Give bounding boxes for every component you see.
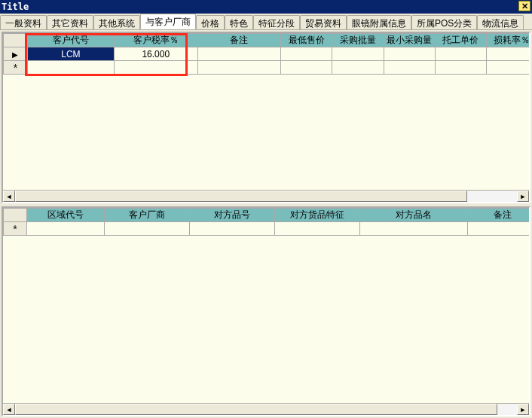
cell[interactable] <box>332 47 384 61</box>
column-header[interactable]: 区域代号 <box>26 209 104 222</box>
row-new-icon <box>13 224 17 235</box>
table-row[interactable]: LCM16.000 <box>4 47 530 61</box>
cell[interactable] <box>189 222 274 236</box>
row-header[interactable] <box>4 61 28 75</box>
cell[interactable] <box>197 47 281 61</box>
tab-7[interactable]: 贸易资料 <box>300 15 347 30</box>
cell[interactable] <box>281 61 332 75</box>
column-header[interactable]: 对方品名 <box>359 209 468 222</box>
cell[interactable] <box>435 47 486 61</box>
column-header[interactable]: 对方货品特征 <box>274 209 359 222</box>
close-button[interactable]: ✕ <box>518 1 530 11</box>
row-header[interactable] <box>4 47 28 61</box>
title-bar: Title ✕ <box>0 0 532 14</box>
tab-4[interactable]: 价格 <box>196 15 225 30</box>
tab-5[interactable]: 特色 <box>225 15 253 30</box>
column-header[interactable]: 备注 <box>197 34 281 47</box>
tab-10[interactable]: 物流信息 <box>477 15 524 30</box>
tab-strip: 一般资料其它资料其他系统与客户厂商价格特色特征分段贸易资料眼镜附属信息所属POS… <box>0 14 532 30</box>
table-row[interactable] <box>4 61 530 75</box>
cell[interactable] <box>26 222 104 236</box>
cell[interactable]: LCM <box>27 47 114 61</box>
bottom-table[interactable]: 区域代号客户厂商对方品号对方货品特征对方品名备注 <box>3 208 529 236</box>
row-new-icon <box>14 63 17 74</box>
cell[interactable] <box>332 61 384 75</box>
column-header[interactable]: 最低售价 <box>281 34 332 47</box>
column-header[interactable]: 托工单价 <box>435 34 486 47</box>
cell[interactable] <box>104 222 189 236</box>
close-icon: ✕ <box>521 2 528 11</box>
table-row[interactable] <box>4 222 530 236</box>
grid-corner <box>4 34 28 47</box>
cell[interactable] <box>435 61 486 75</box>
cell[interactable] <box>384 47 435 61</box>
row-current-icon <box>12 49 18 59</box>
cell[interactable] <box>274 222 359 236</box>
scroll-left-button[interactable]: ◄ <box>3 404 15 415</box>
cell[interactable] <box>114 61 197 75</box>
cell[interactable] <box>27 61 114 75</box>
cell[interactable] <box>281 47 332 61</box>
column-header[interactable]: 损耗率％ <box>486 34 529 47</box>
window-title: Title <box>2 2 29 12</box>
row-header[interactable] <box>4 222 27 236</box>
cell[interactable]: 16.000 <box>114 47 197 61</box>
cell[interactable] <box>197 61 281 75</box>
column-header[interactable]: 客户代号 <box>27 34 114 47</box>
scroll-left-button[interactable]: ◄ <box>3 191 15 202</box>
tab-6[interactable]: 特征分段 <box>253 15 300 30</box>
column-header[interactable]: 对方品号 <box>189 209 274 222</box>
column-header[interactable]: 备注 <box>468 209 529 222</box>
tab-0[interactable]: 一般资料 <box>0 15 47 30</box>
column-header[interactable]: 客户厂商 <box>104 209 189 222</box>
column-header[interactable]: 采购批量 <box>332 34 384 47</box>
cell[interactable] <box>468 222 529 236</box>
top-table[interactable]: 客户代号客户税率％备注最低售价采购批量最小采购量托工单价损耗率％LCM16.00… <box>3 33 529 75</box>
scroll-track[interactable] <box>15 404 517 415</box>
top-hscroll[interactable]: ◄ ► <box>3 190 529 202</box>
tab-2[interactable]: 其他系统 <box>93 15 140 30</box>
scroll-right-button[interactable]: ► <box>517 191 529 202</box>
scroll-track[interactable] <box>15 191 517 202</box>
work-area: 客户代号客户税率％备注最低售价采购批量最小采购量托工单价损耗率％LCM16.00… <box>0 30 532 418</box>
scroll-thumb[interactable] <box>15 404 497 415</box>
cell[interactable] <box>486 61 529 75</box>
cell[interactable] <box>359 222 468 236</box>
tab-9[interactable]: 所属POS分类 <box>411 15 477 30</box>
cell[interactable] <box>384 61 435 75</box>
bottom-grid: 区域代号客户厂商对方品号对方货品特征对方品名备注 ◄ ► <box>2 206 530 416</box>
tab-3[interactable]: 与客户厂商 <box>140 14 196 29</box>
column-header[interactable]: 客户税率％ <box>114 34 197 47</box>
scroll-thumb[interactable] <box>15 191 467 202</box>
column-header[interactable]: 最小采购量 <box>384 34 435 47</box>
bottom-hscroll[interactable]: ◄ ► <box>3 403 529 415</box>
cell[interactable] <box>486 47 529 61</box>
scroll-right-button[interactable]: ► <box>517 404 529 415</box>
top-grid: 客户代号客户税率％备注最低售价采购批量最小采购量托工单价损耗率％LCM16.00… <box>2 32 530 203</box>
tab-8[interactable]: 眼镜附属信息 <box>347 15 411 30</box>
tab-1[interactable]: 其它资料 <box>47 15 93 30</box>
grid-corner <box>4 209 27 222</box>
